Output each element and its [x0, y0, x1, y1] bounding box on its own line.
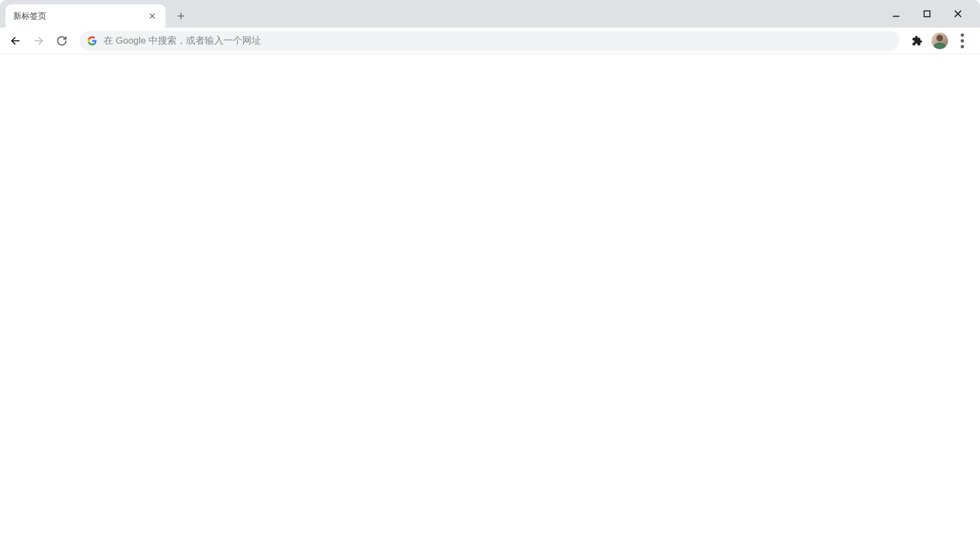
tab-title: 新标签页 [13, 11, 147, 22]
toolbar-right [907, 31, 974, 51]
maximize-icon [922, 9, 932, 19]
arrow-left-icon [10, 35, 21, 46]
address-bar[interactable] [79, 31, 899, 51]
forward-button[interactable] [29, 31, 49, 51]
tab-strip: 新标签页 [0, 0, 980, 28]
reload-button[interactable] [52, 31, 72, 51]
back-button[interactable] [6, 31, 25, 51]
profile-avatar[interactable] [931, 33, 948, 49]
minimize-icon [891, 9, 901, 19]
reload-icon [56, 35, 67, 46]
svg-point-12 [961, 45, 964, 48]
omnibox-input[interactable] [104, 35, 892, 46]
maximize-button[interactable] [917, 4, 937, 24]
plus-icon [177, 12, 185, 20]
extensions-button[interactable] [907, 31, 927, 51]
toolbar [0, 28, 980, 54]
close-window-button[interactable] [948, 4, 968, 24]
close-tab-button[interactable] [147, 10, 158, 22]
close-icon [953, 9, 963, 19]
svg-point-10 [961, 33, 964, 36]
browser-window: 新标签页 [0, 0, 980, 536]
arrow-right-icon [33, 35, 44, 46]
window-controls [886, 0, 976, 28]
chrome-menu-button[interactable] [952, 31, 972, 51]
tab-active[interactable]: 新标签页 [6, 4, 166, 28]
extension-icon [912, 35, 923, 46]
svg-rect-5 [924, 11, 930, 17]
minimize-button[interactable] [886, 4, 906, 24]
svg-point-11 [961, 39, 964, 43]
close-icon [148, 12, 156, 20]
new-tab-button[interactable] [171, 6, 191, 26]
more-vert-icon [952, 31, 972, 51]
google-icon [87, 36, 97, 46]
page-content [0, 54, 980, 536]
